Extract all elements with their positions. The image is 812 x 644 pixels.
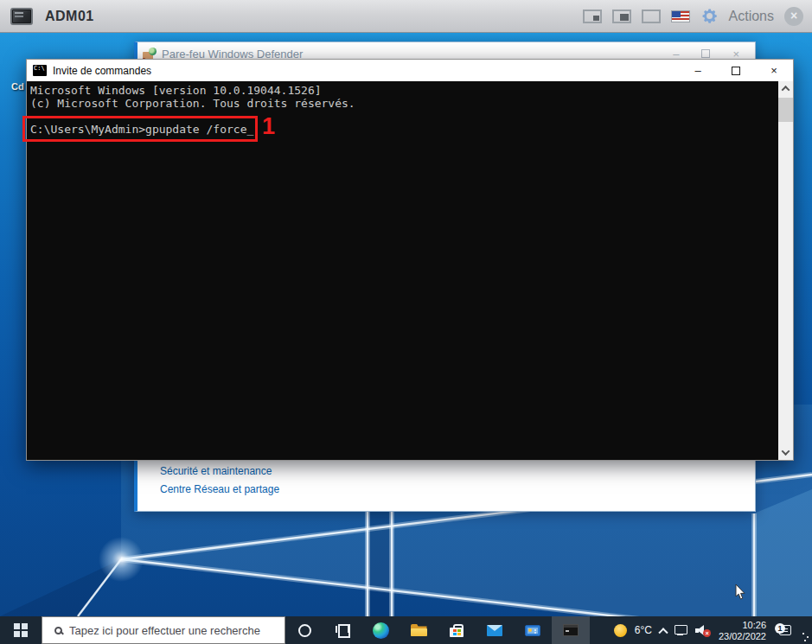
vm-console-icon [10,8,33,25]
taskbar-clock[interactable]: 10:26 23/02/2022 [719,618,766,642]
scrollbar-thumb[interactable] [778,98,793,122]
taskbar-task-view[interactable] [323,616,361,644]
annotation-step-number: 1 [262,113,275,140]
command-prompt-title: Invite de commandes [53,65,151,77]
clock-time: 10:26 [719,620,766,631]
window-size-medium-icon[interactable] [612,10,631,23]
taskbar-store[interactable] [438,616,476,644]
network-icon[interactable] [675,625,687,635]
actions-gear-icon[interactable] [700,7,719,25]
windows-logo-icon [14,623,28,637]
actions-menu[interactable]: Actions [729,9,774,24]
window-size-full-icon[interactable] [642,10,661,23]
taskbar-cortana[interactable] [285,616,323,644]
store-icon [450,624,464,637]
link-network-sharing-center[interactable]: Centre Réseau et partage [160,483,279,495]
mute-badge: × [703,629,711,637]
firewall-icon [143,48,157,60]
maximize-icon[interactable] [701,49,710,58]
cortana-icon [298,624,311,637]
mail-icon [487,625,502,636]
scroll-up-icon[interactable] [778,81,793,96]
edge-icon [373,622,389,639]
control-panel-icon [525,625,540,636]
maximize-icon [732,67,740,75]
window-size-small-icon[interactable] [583,10,602,23]
notification-center[interactable]: 1 [774,625,796,635]
notification-count-badge: 1 [775,623,785,634]
taskbar-search[interactable] [42,616,285,644]
file-explorer-icon [411,624,427,636]
mouse-cursor [735,584,747,605]
taskbar-command-prompt-active[interactable] [552,616,590,644]
maximize-button[interactable] [717,60,755,81]
weather-sun-icon[interactable] [614,624,627,637]
task-view-icon [336,624,349,636]
taskbar-file-explorer[interactable] [400,616,438,644]
tray-expand-chevron-icon[interactable] [658,628,668,637]
terminal-line: (c) Microsoft Corporation. Tous droits r… [30,97,778,110]
annotation-highlight-box [22,116,258,142]
taskbar-mail[interactable] [476,616,514,644]
search-icon [54,627,62,634]
vm-close-icon[interactable]: × [784,7,803,26]
taskbar-edge[interactable] [361,616,400,644]
command-prompt-icon [33,65,47,76]
taskbar: 6°C × 10:26 23/02/2022 1 [0,616,812,644]
command-prompt-titlebar[interactable]: Invite de commandes – × [27,60,793,81]
keyboard-layout-flag-icon[interactable] [671,10,690,22]
scrollbar[interactable] [778,81,793,460]
clock-date: 23/02/2022 [719,631,766,642]
busy-cursor-fragment [801,631,811,643]
command-prompt-icon [563,624,579,636]
close-button[interactable]: × [755,60,793,81]
volume-muted-icon[interactable]: × [695,625,711,636]
scroll-down-icon[interactable] [778,445,793,460]
taskbar-control-panel[interactable] [514,616,552,644]
vm-console-titlebar: ADM01 Actions × [0,0,812,33]
search-input[interactable] [69,624,285,637]
weather-temperature[interactable]: 6°C [635,624,652,636]
desktop-icon-label-fragment: Cd [11,81,24,92]
minimize-button[interactable]: – [679,60,717,81]
vm-title: ADM01 [45,9,94,24]
terminal-line: Microsoft Windows [version 10.0.19044.15… [30,84,778,97]
link-security-maintenance[interactable]: Sécurité et maintenance [160,465,272,477]
start-button[interactable] [0,616,42,644]
